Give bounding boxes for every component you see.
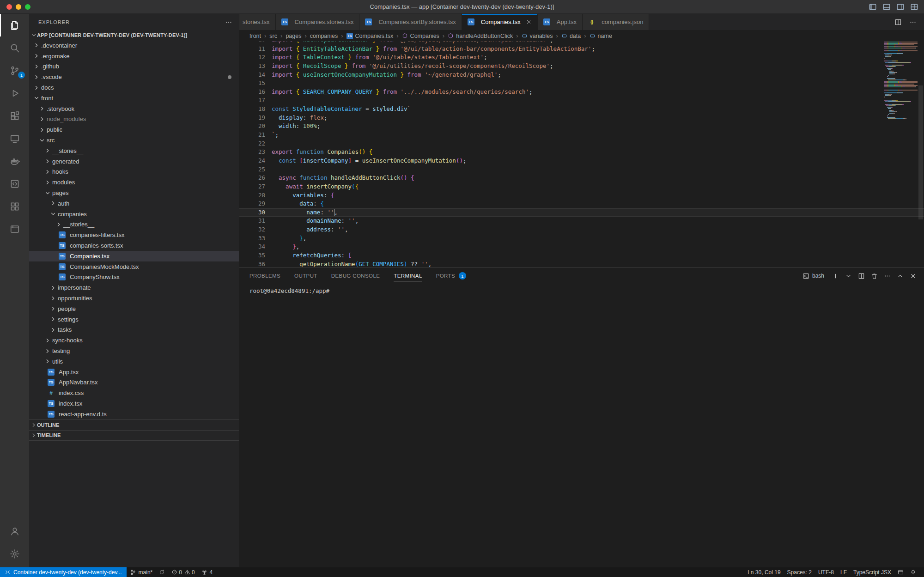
tree-file-index.css[interactable]: #index.css [29, 388, 239, 398]
editor-tab-App.tsx[interactable]: TSApp.tsx [538, 14, 583, 30]
tree-folder-modules[interactable]: modules [29, 177, 239, 188]
tree-file-CompaniesMockMode.tsx[interactable]: TSCompaniesMockMode.tsx [29, 261, 239, 272]
tree-folder-.storybook[interactable]: .storybook [29, 103, 239, 114]
activity-item-source-control[interactable]: 1 [0, 59, 29, 82]
tree-folder-__stories__[interactable]: __stories__ [29, 146, 239, 156]
minimize-window-button[interactable] [16, 4, 21, 10]
cursor-position-item[interactable]: Ln 30, Col 19 [744, 567, 784, 577]
explorer-actions-button[interactable] [225, 18, 232, 26]
forwarded-ports-item[interactable]: 4 [198, 567, 216, 577]
split-terminal-button[interactable] [858, 273, 865, 279]
tree-folder-.github[interactable]: .github [29, 61, 239, 72]
editor-tab-Companies.tsx[interactable]: TSCompanies.tsx [462, 14, 538, 30]
activity-item-extensions[interactable] [0, 104, 29, 127]
remote-indicator[interactable]: Container dev-twenty-dev (dev-twenty-dev… [0, 567, 127, 577]
tree-folder-auth[interactable]: auth [29, 198, 239, 209]
workspace-section-header[interactable]: APP [CONTAINER DEV-TWENTY-DEV (DEV-TWENT… [29, 30, 239, 40]
minimap[interactable] [884, 42, 918, 120]
tree-file-companies-sorts.tsx[interactable]: TScompanies-sorts.tsx [29, 240, 239, 251]
activity-item-search[interactable] [0, 36, 29, 59]
eol-item[interactable]: LF [837, 567, 850, 577]
activity-item-run-debug[interactable] [0, 82, 29, 104]
feedback-item[interactable] [894, 567, 907, 577]
tree-folder-people[interactable]: people [29, 304, 239, 314]
close-tab-button[interactable] [526, 19, 532, 25]
layout-left-icon[interactable] [869, 3, 877, 11]
activity-item-remote-explorer[interactable] [0, 127, 29, 150]
tree-folder-tasks[interactable]: tasks [29, 325, 239, 335]
terminal-shell-selector[interactable]: bash [802, 273, 824, 279]
notifications-bell[interactable] [907, 567, 919, 577]
activity-item-code-block[interactable] [0, 172, 29, 195]
panel-tab-problems[interactable]: PROBLEMS [249, 267, 280, 284]
editor-tab-Companies.stories.tsx[interactable]: TSCompanies.stories.tsx [276, 14, 360, 30]
breadcrumb-item-variables[interactable]: variables [522, 33, 553, 39]
tree-file-companies-filters.tsx[interactable]: TScompanies-filters.tsx [29, 230, 239, 240]
activity-item-window-preview[interactable] [0, 218, 29, 240]
breadcrumb-item-name[interactable]: name [590, 33, 612, 39]
tree-folder-.ergomake[interactable]: .ergomake [29, 51, 239, 61]
activity-item-docker[interactable] [0, 150, 29, 172]
tree-file-App.tsx[interactable]: TSApp.tsx [29, 367, 239, 377]
kill-terminal-button[interactable] [871, 273, 878, 279]
tree-file-index.tsx[interactable]: TSindex.tsx [29, 398, 239, 409]
close-window-button[interactable] [6, 4, 12, 10]
tree-folder-public[interactable]: public [29, 124, 239, 135]
tree-folder-pages[interactable]: pages [29, 188, 239, 198]
editor-tab-stories.tsx[interactable]: stories.tsx [239, 14, 276, 30]
tree-folder-utils[interactable]: utils [29, 356, 239, 367]
tree-folder-impersonate[interactable]: impersonate [29, 282, 239, 293]
tree-folder-.vscode[interactable]: .vscode [29, 72, 239, 82]
panel-tab-ports[interactable]: PORTS1 [436, 267, 466, 284]
split-editor-icon[interactable] [894, 18, 902, 26]
breadcrumb-item-Companies.tsx[interactable]: TSCompanies.tsx [346, 33, 394, 39]
tree-folder-src[interactable]: src [29, 135, 239, 146]
problems-item[interactable]: 00 [168, 567, 198, 577]
tree-folder-.devcontainer[interactable]: .devcontainer [29, 40, 239, 51]
encoding-item[interactable]: UTF-8 [815, 567, 837, 577]
code-editor[interactable]: 10import { WithTopBarContainer } from '@… [239, 42, 924, 267]
tree-folder-testing[interactable]: testing [29, 346, 239, 356]
new-terminal-button[interactable] [832, 273, 839, 279]
tree-folder-generated[interactable]: generated [29, 156, 239, 167]
sidebar-section-timeline[interactable]: TIMELINE [29, 430, 239, 441]
tree-file-Companies.tsx[interactable]: TSCompanies.tsx [29, 251, 239, 261]
panel-tab-terminal[interactable]: TERMINAL [394, 267, 422, 284]
tree-folder-front[interactable]: front [29, 93, 239, 103]
tree-folder-companies[interactable]: companies [29, 209, 239, 219]
tree-folder-sync-hooks[interactable]: sync-hooks [29, 335, 239, 346]
activity-item-grid[interactable] [0, 195, 29, 218]
more-icon[interactable] [909, 18, 917, 26]
breadcrumb-item-pages[interactable]: pages [286, 33, 301, 39]
tree-folder-hooks[interactable]: hooks [29, 167, 239, 177]
layout-right-icon[interactable] [896, 3, 905, 11]
tree-file-react-app-env.d.ts[interactable]: TSreact-app-env.d.ts [29, 409, 239, 419]
activity-item-explorer[interactable] [0, 14, 29, 36]
terminal-dropdown-button[interactable] [845, 273, 852, 279]
tree-folder-settings[interactable]: settings [29, 314, 239, 325]
language-mode-item[interactable]: TypeScript JSX [850, 567, 894, 577]
panel-more-actions-button[interactable] [884, 273, 891, 279]
breadcrumb-item-companies[interactable]: companies [310, 33, 338, 39]
tree-file-CompanyShow.tsx[interactable]: TSCompanyShow.tsx [29, 272, 239, 283]
zoom-window-button[interactable] [25, 4, 30, 10]
layout-grid-icon[interactable] [910, 3, 918, 11]
activity-item-accounts[interactable] [0, 520, 29, 542]
editor-scrollbar[interactable] [918, 85, 923, 219]
sync-changes-button[interactable] [156, 567, 168, 577]
breadcrumb-item-data[interactable]: data [561, 33, 581, 39]
breadcrumb-item-front[interactable]: front [249, 33, 261, 39]
editor-tab-Companies.sortBy.stories.tsx[interactable]: TSCompanies.sortBy.stories.tsx [359, 14, 462, 30]
tree-folder-docs[interactable]: docs [29, 82, 239, 93]
breadcrumb-item-Companies[interactable]: Companies [402, 33, 439, 39]
activity-item-settings[interactable] [0, 542, 29, 565]
breadcrumb-item-src[interactable]: src [269, 33, 277, 39]
sidebar-section-outline[interactable]: OUTLINE [29, 419, 239, 430]
editor-tab-companies.json[interactable]: {}companies.json [583, 14, 649, 30]
panel-tab-debug-console[interactable]: DEBUG CONSOLE [331, 267, 380, 284]
tree-folder-__stories__[interactable]: __stories__ [29, 219, 239, 230]
indentation-item[interactable]: Spaces: 2 [784, 567, 815, 577]
panel-tab-output[interactable]: OUTPUT [294, 267, 317, 284]
tree-file-AppNavbar.tsx[interactable]: TSAppNavbar.tsx [29, 377, 239, 388]
maximize-panel-button[interactable] [897, 273, 904, 279]
